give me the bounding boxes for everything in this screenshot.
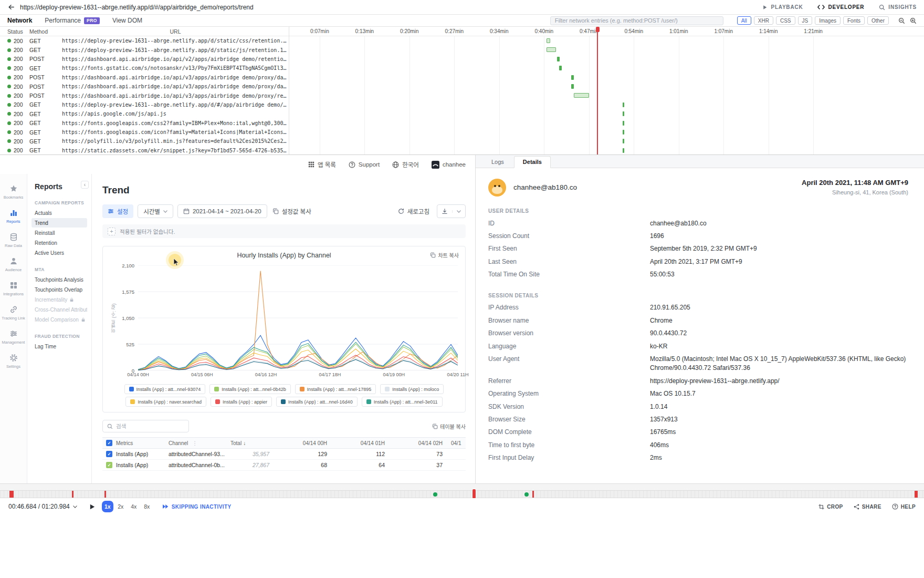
network-request-row[interactable]: 200POSThttps://dashboard.api.airbridge.i…	[0, 73, 289, 82]
request-timing-bar[interactable]	[571, 75, 574, 80]
copy-table-button[interactable]: 테이블 복사	[432, 422, 466, 430]
devtools-tab-performance[interactable]: PerformancePRO	[45, 17, 100, 24]
sidebar-item-raw-data[interactable]: Raw Data	[0, 231, 27, 250]
insights-mode-button[interactable]: INSIGHTS	[879, 4, 917, 11]
network-request-row[interactable]: 200POSThttps://dashboard.api.airbridge.i…	[0, 82, 289, 91]
column-options-icon[interactable]: ⋮	[192, 440, 197, 446]
sidebar-item-integrations[interactable]: Integrations	[0, 279, 27, 298]
nav-item-model-comparison[interactable]: Model Comparison	[32, 315, 87, 324]
app-list-button[interactable]: 앱 목록	[308, 160, 336, 169]
settings-button[interactable]: 설정	[102, 204, 133, 218]
nav-item-retention[interactable]: Retention	[32, 238, 87, 247]
sidebar-item-bookmarks[interactable]: Bookmarks	[0, 182, 27, 202]
network-request-row[interactable]: 200POSThttps://dashboard.api.airbridge.i…	[0, 55, 289, 64]
language-button[interactable]: 한국어	[392, 160, 419, 169]
details-tab-details[interactable]: Details	[514, 156, 551, 168]
table-column-header-04-1[interactable]: 04/1	[451, 440, 466, 446]
network-request-row[interactable]: 200GEThttps://deploy-preview-1631--abrge…	[0, 100, 289, 109]
network-playhead[interactable]	[597, 27, 598, 154]
speed-1x[interactable]: 1x	[102, 501, 113, 512]
nav-item-trend[interactable]: Trend	[32, 218, 87, 228]
interval-select[interactable]: 시간별	[138, 204, 173, 218]
nav-item-active-users[interactable]: Active Users	[32, 248, 87, 257]
network-waterfall[interactable]: 0:07min0:13min0:20min0:27min0:34min0:40m…	[289, 27, 924, 154]
request-timing-bar[interactable]	[547, 38, 550, 43]
request-timing-bar[interactable]	[559, 66, 562, 70]
developer-mode-button[interactable]: DEVELOPER	[817, 4, 864, 10]
table-column-header-channel[interactable]: Channel⋮	[169, 440, 230, 446]
request-timing-bar[interactable]	[623, 111, 625, 116]
table-row[interactable]: ✓Installs (App)attributedChannel-0b...27…	[102, 460, 466, 471]
table-column-header-total[interactable]: Total↓	[230, 440, 278, 446]
table-row[interactable]: ✓Installs (App)attributedChannel-93...35…	[102, 449, 466, 460]
request-timing-bar[interactable]	[557, 57, 560, 61]
speed-8x[interactable]: 8x	[141, 501, 153, 512]
network-request-row[interactable]: 200GEThttps://polyfill.io/v3/polyfill.mi…	[0, 137, 289, 146]
trend-chart[interactable]: 이벤트 (수: 값) 05251,0501,5752,100	[110, 265, 458, 370]
nav-item-reinstall[interactable]: Reinstall	[32, 228, 87, 238]
network-request-row[interactable]: 200GEThttps://fonts.googleapis.com/icon?…	[0, 128, 289, 137]
filter-chip-css[interactable]: CSS	[776, 16, 795, 25]
copy-chart-button[interactable]: 차트 복사	[430, 251, 459, 259]
request-timing-bar[interactable]	[623, 121, 625, 126]
status-column-header[interactable]: Status	[0, 28, 29, 35]
legend-item-att-nnel-0b42b[interactable]: Installs (App) : att...nnel-0b42b	[209, 384, 291, 394]
share-button[interactable]: SHARE	[854, 504, 881, 510]
support-button[interactable]: Support	[349, 161, 380, 168]
account-button[interactable]: chanhee	[432, 161, 466, 169]
network-request-row[interactable]: 200GEThttps://deploy-preview-1631--abrge…	[0, 45, 289, 54]
filter-chip-images[interactable]: Images	[815, 16, 841, 25]
url-column-header[interactable]: URL	[62, 28, 289, 35]
play-button[interactable]	[89, 503, 96, 510]
nav-item-cross-channel-attribution[interactable]: Cross-Channel Attribution	[32, 305, 87, 314]
row-checkbox[interactable]: ✓	[102, 451, 116, 457]
back-icon[interactable]	[7, 3, 15, 11]
playback-time-button[interactable]: 00:46.684 / 01:20.984	[8, 503, 77, 510]
network-request-row[interactable]: 200GEThttps://fonts.gstatic.com/s/notosa…	[0, 64, 289, 73]
network-filter-input[interactable]	[550, 16, 723, 25]
help-button[interactable]: HELP	[892, 503, 916, 510]
refresh-button[interactable]: 새로고침	[397, 204, 430, 218]
timeline-event-marker[interactable]	[532, 491, 534, 498]
sidebar-item-management[interactable]: Management	[0, 327, 27, 347]
skipping-inactivity-toggle[interactable]: SKIPPING INACTIVITY	[162, 504, 232, 510]
speed-4x[interactable]: 4x	[128, 501, 140, 512]
details-body[interactable]: chanhee@ab180.co April 20th 2021, 11:48 …	[476, 168, 924, 483]
request-timing-bar[interactable]	[623, 148, 625, 153]
date-range-picker[interactable]: 2021-04-14 ~ 2021-04-20	[177, 204, 267, 218]
filter-chip-js[interactable]: JS	[798, 16, 813, 25]
timeline-event-marker[interactable]	[72, 491, 74, 498]
timeline-event-marker[interactable]	[915, 491, 918, 498]
request-timing-bar[interactable]	[623, 139, 625, 143]
sidebar-item-reports[interactable]: Reports	[0, 207, 27, 226]
method-column-header[interactable]: Method	[29, 28, 62, 35]
playback-timeline[interactable]	[0, 490, 924, 498]
devtools-tab-network[interactable]: Network	[7, 17, 32, 24]
request-timing-bar[interactable]	[623, 102, 625, 107]
sort-desc-icon[interactable]: ↓	[243, 440, 246, 446]
table-search-input[interactable]	[116, 423, 184, 429]
table-column-header-04-14-00h[interactable]: 04/14 00H	[278, 440, 335, 446]
timeline-event-marker[interactable]	[104, 491, 106, 498]
download-options-button[interactable]	[452, 210, 465, 213]
playback-mode-button[interactable]: PLAYBACK	[762, 4, 803, 10]
timeline-annotation-dot[interactable]	[433, 492, 437, 497]
select-all-checkbox[interactable]: ✓	[102, 440, 116, 446]
zoom-out-icon[interactable]	[898, 17, 905, 24]
row-checkbox[interactable]: ✓	[102, 462, 116, 468]
devtools-tab-view-dom[interactable]: View DOM	[112, 17, 142, 24]
request-timing-bar[interactable]	[571, 84, 574, 89]
filter-chip-xhr[interactable]: XHR	[754, 16, 773, 25]
nav-item-touchpoints-analysis[interactable]: Touchpoints Analysis	[32, 275, 87, 284]
legend-item-moloco[interactable]: Installs (App) : moloco	[380, 384, 444, 394]
chart-plot-area[interactable]	[138, 265, 458, 370]
network-request-row[interactable]: 200GEThttps://static.zdassets.com/ekr/sn…	[0, 146, 289, 154]
nav-item-touchpoints-overlap[interactable]: Touchpoints Overlap	[32, 285, 87, 294]
sidebar-item-audience[interactable]: Audience	[0, 255, 27, 274]
table-column-header-metrics[interactable]: Metrics	[116, 440, 169, 446]
nav-item-actuals[interactable]: Actuals	[32, 208, 87, 218]
request-timing-bar[interactable]	[623, 130, 625, 135]
legend-item-att-nnel-3e011[interactable]: Installs (App) : att...nnel-3e011	[362, 397, 443, 407]
sidebar-item-settings[interactable]: Settings	[0, 352, 27, 371]
legend-item-att-nnel-16d40[interactable]: Installs (App) : att...nnel-16d40	[276, 397, 358, 407]
